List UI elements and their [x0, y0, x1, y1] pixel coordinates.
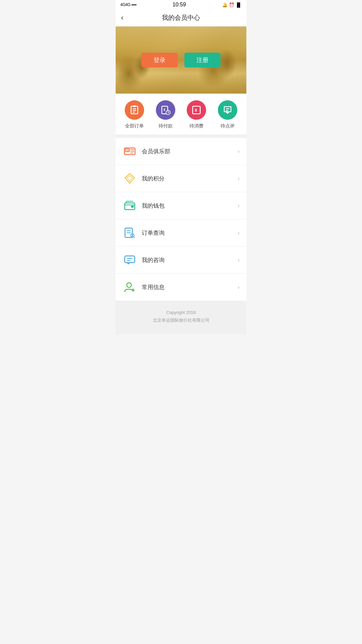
pending-review-item[interactable]: 待点评 [218, 100, 237, 129]
svg-text:VIP: VIP [126, 150, 129, 152]
order-query-label: 订单查询 [142, 229, 238, 237]
clipboard-icon [129, 105, 139, 115]
company-text: 北京幸运国际旅行社有限公司 [121, 316, 241, 324]
my-wallet-item[interactable]: 我的钱包 › [116, 192, 246, 219]
svg-text:¥: ¥ [195, 108, 197, 113]
status-bar: 4G4G ▪▪▪▪ 10:59 🔔 ⏰ ▐▌ [116, 0, 246, 9]
all-orders-icon [125, 100, 144, 120]
common-info-arrow: › [238, 284, 240, 291]
diamond-icon [124, 172, 136, 184]
pending-pay-icon: ¥ [156, 100, 175, 120]
pending-pay-label: 待付款 [159, 123, 173, 129]
battery-icon: ▐▌ [236, 2, 242, 7]
svg-rect-4 [133, 105, 136, 107]
pending-pay-item[interactable]: ¥ 待付款 [156, 100, 175, 129]
svg-marker-20 [125, 174, 134, 183]
login-button[interactable]: 登录 [141, 53, 178, 67]
my-consult-label: 我的咨询 [142, 256, 238, 264]
svg-marker-21 [127, 176, 132, 181]
order-search-icon [124, 227, 136, 239]
order-query-arrow: › [238, 229, 240, 236]
wallet-icon [124, 200, 136, 212]
signal-text: 4G4G ▪▪▪▪ [120, 2, 136, 7]
status-icons: 🔔 ⏰ ▐▌ [222, 2, 242, 7]
my-points-item[interactable]: 我的积分 › [116, 165, 246, 192]
yuan-ticket-icon: ¥ [191, 105, 201, 115]
order-icons-row: 全部订单 ¥ 待付款 ¥ 待消费 [116, 94, 246, 135]
my-points-label: 我的积分 [142, 175, 238, 182]
my-wallet-arrow: › [238, 202, 240, 209]
back-button[interactable]: ‹ [121, 13, 123, 22]
hero-banner: 登录 注册 [116, 26, 246, 94]
all-orders-label: 全部订单 [125, 123, 144, 129]
vip-club-arrow: › [238, 148, 240, 155]
page-header: ‹ 我的会员中心 [116, 9, 246, 26]
bell-icon: 🔔 [222, 2, 228, 7]
my-points-arrow: › [238, 175, 240, 182]
vip-club-item[interactable]: VIP 会员俱乐部 › [116, 138, 246, 165]
order-query-icon-wrap [122, 225, 137, 240]
vip-icon: VIP [124, 145, 136, 157]
page-title: 我的会员中心 [162, 13, 200, 22]
section-divider [116, 135, 246, 138]
my-consult-icon-wrap [122, 253, 137, 267]
pending-review-icon [218, 100, 237, 120]
svg-text:¥: ¥ [164, 108, 166, 112]
my-points-icon-wrap [122, 171, 137, 186]
my-wallet-label: 我的钱包 [142, 202, 238, 210]
all-orders-item[interactable]: 全部订单 [125, 100, 144, 129]
pending-use-icon: ¥ [187, 100, 206, 120]
menu-list: VIP 会员俱乐部 › 我的积分 › [116, 138, 246, 301]
order-query-item[interactable]: 订单查询 › [116, 219, 246, 247]
user-add-icon [124, 281, 136, 293]
common-info-label: 常用信息 [142, 283, 238, 291]
common-info-item[interactable]: 常用信息 › [116, 274, 246, 301]
vip-club-icon-wrap: VIP [122, 144, 137, 159]
pending-use-label: 待消费 [189, 123, 203, 129]
vip-club-label: 会员俱乐部 [142, 148, 238, 155]
register-button[interactable]: 注册 [184, 53, 221, 67]
common-info-icon-wrap [122, 280, 137, 294]
pending-use-item[interactable]: ¥ 待消费 [187, 100, 206, 129]
chat-star-icon [223, 105, 233, 115]
alarm-icon: ⏰ [229, 2, 234, 7]
my-consult-item[interactable]: 我的咨询 › [116, 247, 246, 274]
svg-rect-23 [131, 206, 134, 208]
yuan-clock-icon: ¥ [161, 105, 171, 115]
copyright-text: Copyright 2018 [121, 309, 241, 316]
my-wallet-icon-wrap [122, 198, 137, 213]
svg-line-9 [168, 113, 169, 113]
svg-point-32 [127, 283, 131, 287]
footer: Copyright 2018 北京幸运国际旅行社有限公司 [116, 301, 246, 334]
my-consult-arrow: › [238, 257, 240, 264]
clock: 10:59 [173, 2, 186, 8]
pending-review-label: 待点评 [221, 123, 235, 129]
chat-icon [124, 254, 136, 266]
svg-line-28 [134, 237, 135, 238]
svg-rect-29 [125, 256, 135, 263]
